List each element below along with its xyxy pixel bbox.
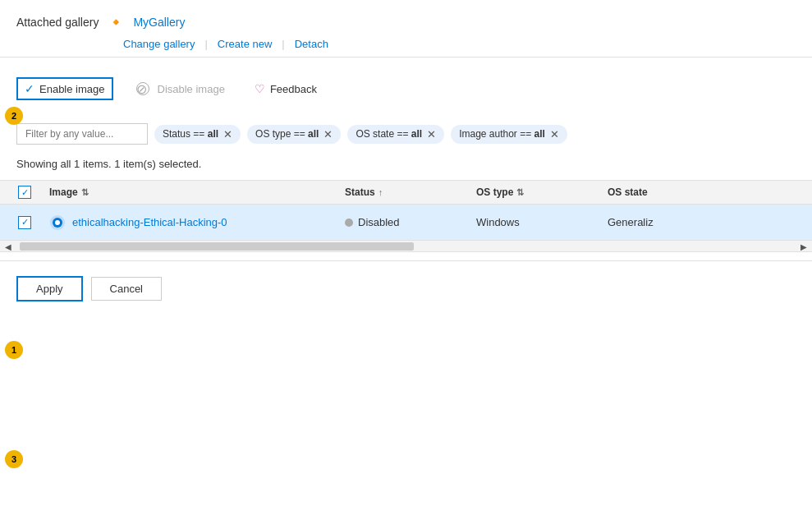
td-image: ethicalhacking-Ethical-Hacking-0 — [49, 214, 345, 231]
table-row: ✓ ethicalhacking-Ethical-Hacking-0 Disab… — [0, 205, 812, 241]
horizontal-scrollbar[interactable]: ◀ ▶ — [0, 241, 812, 252]
filter-tag-imageauthor: Image author == all ✕ — [451, 125, 567, 144]
image-sort-icon[interactable]: ⇅ — [81, 187, 89, 198]
svg-point-2 — [55, 220, 60, 225]
filter-section: Status == all ✕ OS type == all ✕ OS stat… — [0, 117, 812, 151]
ostype-sort-icon[interactable]: ⇅ — [516, 187, 524, 198]
status-dot — [345, 219, 353, 227]
action-buttons-row: ✓ Enable image Disable image ♡ Feedback — [16, 69, 796, 108]
table-section: ✓ Image ⇅ Status ↑ OS type ⇅ OS state ✓ — [0, 180, 812, 252]
gallery-icon: 🔸 — [107, 13, 125, 31]
td-osstate: Generaliz — [608, 216, 812, 228]
feedback-button[interactable]: ♡ Feedback — [248, 79, 323, 99]
th-ostype: OS type ⇅ — [476, 186, 608, 198]
showing-text: Showing all 1 items. 1 item(s) selected. — [0, 151, 812, 180]
td-status: Disabled — [345, 216, 476, 228]
heart-icon: ♡ — [255, 82, 265, 95]
disable-icon — [136, 82, 149, 95]
th-image: Image ⇅ — [49, 186, 345, 198]
filter-input[interactable] — [16, 123, 148, 145]
filter-tag-osstate: OS state == all ✕ — [347, 125, 444, 144]
status-sort-icon[interactable]: ↑ — [378, 187, 383, 197]
step-badge-1: 1 — [5, 341, 23, 359]
apply-button[interactable]: Apply — [16, 276, 83, 301]
filter-tag-status: Status == all ✕ — [154, 125, 241, 144]
table-header: ✓ Image ⇅ Status ↑ OS type ⇅ OS state — [0, 180, 812, 205]
create-new-link[interactable]: Create new — [208, 38, 282, 50]
filter-tag-imageauthor-close[interactable]: ✕ — [550, 128, 559, 140]
scroll-left-icon[interactable]: ◀ — [5, 242, 11, 251]
gallery-row: Attached gallery 🔸 MyGallery — [16, 13, 796, 31]
step-badge-2: 2 — [5, 107, 23, 125]
filter-tag-ostype-close[interactable]: ✕ — [323, 128, 333, 140]
image-name-link[interactable]: ethicalhacking-Ethical-Hacking-0 — [72, 216, 227, 228]
gallery-links: Change gallery | Create new | Detach — [16, 38, 796, 50]
header-checkbox[interactable]: ✓ — [18, 186, 31, 199]
detach-link[interactable]: Detach — [285, 38, 338, 50]
step-badge-3: 3 — [5, 450, 23, 468]
change-gallery-link[interactable]: Change gallery — [123, 38, 204, 50]
actions-section: ✓ Enable image Disable image ♡ Feedback — [0, 58, 812, 117]
scrollbar-thumb[interactable] — [20, 242, 414, 251]
gallery-name-link[interactable]: MyGallery — [133, 16, 185, 29]
filter-tag-osstate-close[interactable]: ✕ — [427, 128, 436, 140]
checkmark-icon: ✓ — [25, 82, 34, 95]
attached-gallery-label: Attached gallery — [16, 16, 99, 29]
cancel-button[interactable]: Cancel — [91, 277, 162, 301]
filter-tag-status-close[interactable]: ✕ — [223, 128, 232, 140]
filter-tag-ostype: OS type == all ✕ — [247, 125, 341, 144]
image-type-icon — [49, 214, 66, 231]
enable-image-button[interactable]: ✓ Enable image — [16, 77, 113, 100]
th-osstate: OS state — [608, 186, 812, 198]
td-checkbox: ✓ — [0, 216, 49, 229]
disable-image-button[interactable]: Disable image — [130, 79, 232, 99]
th-checkbox: ✓ — [0, 186, 49, 199]
td-ostype: Windows — [476, 216, 608, 228]
scroll-right-icon[interactable]: ▶ — [801, 242, 807, 251]
th-status: Status ↑ — [345, 186, 476, 198]
footer-section: Apply Cancel — [0, 260, 812, 315]
header-section: Attached gallery 🔸 MyGallery Change gall… — [0, 0, 812, 58]
row-checkbox[interactable]: ✓ — [18, 216, 31, 229]
